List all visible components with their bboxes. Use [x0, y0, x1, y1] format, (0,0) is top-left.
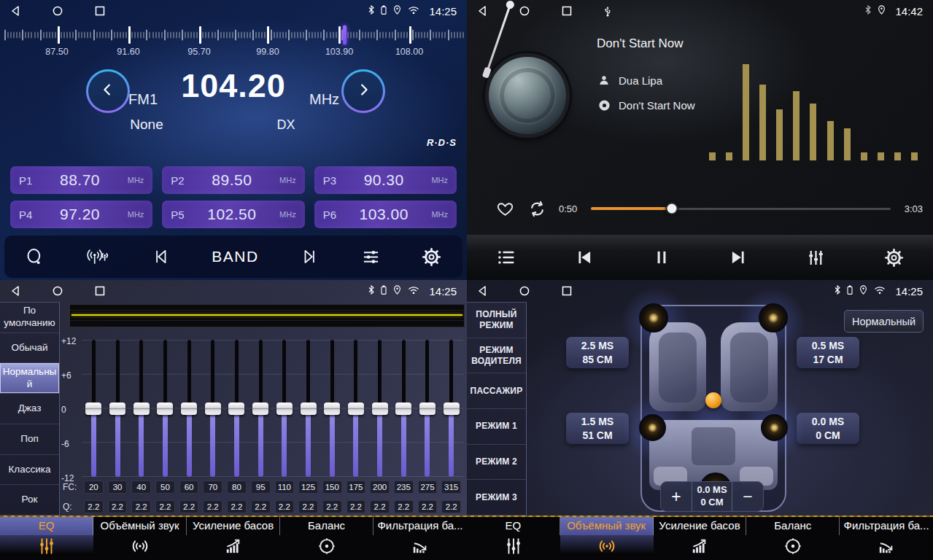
scan-icon[interactable] — [25, 247, 44, 267]
q-value-cell[interactable]: 2.2 — [179, 500, 199, 513]
slider-knob[interactable] — [181, 402, 197, 415]
speaker-front-right[interactable] — [759, 303, 788, 332]
preset-p2-button[interactable]: P289.50MHz — [162, 166, 304, 194]
home-icon[interactable] — [519, 286, 530, 296]
tab-bass-boost[interactable]: Усиление басов — [187, 516, 280, 560]
slider-knob[interactable] — [348, 402, 364, 415]
eq-band-slider[interactable] — [296, 340, 320, 477]
tune-up-button[interactable] — [341, 69, 385, 113]
playlist-icon[interactable] — [496, 247, 516, 268]
home-icon[interactable] — [53, 6, 63, 16]
speaker-rear-right[interactable] — [761, 414, 788, 441]
tab-bass-boost[interactable]: Усиление басов — [654, 516, 747, 560]
eq-band-slider[interactable] — [368, 340, 392, 477]
tab-eq-sliders[interactable]: EQ — [467, 516, 560, 560]
slider-knob[interactable] — [85, 402, 101, 415]
fc-value-cell[interactable]: 315 — [441, 481, 461, 494]
preset-p3-button[interactable]: P390.30MHz — [314, 166, 457, 194]
recents-icon[interactable] — [562, 286, 572, 296]
q-value-cell[interactable]: 2.2 — [108, 500, 128, 513]
listening-mode-item[interactable]: РЕЖИМ ВОДИТЕЛЯ — [467, 338, 526, 374]
fc-value-cell[interactable]: 275 — [418, 481, 438, 494]
eq-band-slider[interactable] — [344, 340, 368, 477]
eq-band-slider[interactable] — [129, 340, 153, 477]
home-icon[interactable] — [519, 6, 530, 16]
eq-band-slider[interactable] — [225, 340, 249, 477]
gear-icon[interactable] — [884, 248, 904, 268]
recents-icon[interactable] — [95, 286, 105, 296]
slider-knob[interactable] — [252, 402, 268, 415]
fc-value-cell[interactable]: 40 — [131, 481, 151, 494]
delay-front-left-button[interactable]: 2.5 MS 85 CM — [566, 337, 629, 368]
back-icon[interactable] — [477, 6, 487, 16]
slider-knob[interactable] — [133, 402, 150, 415]
preset-p5-button[interactable]: P5102.50MHz — [162, 201, 304, 228]
seek-bar[interactable] — [591, 208, 891, 210]
eq-band-slider[interactable] — [439, 340, 463, 477]
listening-position-marker[interactable] — [705, 392, 721, 408]
q-value-cell[interactable]: 2.2 — [84, 500, 104, 513]
q-value-cell[interactable]: 2.2 — [394, 500, 414, 513]
preset-p6-button[interactable]: P6103.00MHz — [314, 201, 457, 228]
slider-knob[interactable] — [301, 402, 317, 415]
fc-value-cell[interactable]: 30 — [108, 481, 128, 494]
listening-mode-item[interactable]: РЕЖИМ 2 — [467, 445, 526, 481]
tuner-scale[interactable] — [0, 24, 467, 46]
preset-p4-button[interactable]: P497.20MHz — [10, 201, 152, 228]
q-value-cell[interactable]: 2.2 — [227, 500, 247, 513]
q-value-cell[interactable]: 2.2 — [203, 500, 222, 513]
eq-band-slider[interactable] — [106, 340, 130, 477]
back-icon[interactable] — [10, 6, 20, 16]
tab-filter[interactable]: Фильтрация ба... — [373, 516, 467, 560]
eq-preset-item[interactable]: Обычай — [0, 333, 59, 364]
slider-knob[interactable] — [228, 402, 244, 415]
listening-mode-item[interactable]: ПОЛНЫЙ РЕЖИМ — [467, 303, 526, 338]
next-track-icon[interactable] — [729, 248, 748, 267]
listening-mode-item[interactable]: РЕЖИМ 3 — [467, 480, 526, 516]
gear-icon[interactable] — [422, 247, 441, 267]
fc-value-cell[interactable]: 20 — [84, 481, 104, 494]
listening-mode-item[interactable]: РЕЖИМ 1 — [467, 409, 526, 445]
tab-filter[interactable]: Фильтрация ба... — [840, 516, 933, 560]
eq-band-slider[interactable] — [201, 340, 225, 477]
eq-settings-icon[interactable] — [806, 248, 826, 268]
q-value-cell[interactable]: 2.2 — [298, 500, 318, 513]
eq-preset-item[interactable]: Поп — [0, 424, 59, 455]
preset-p1-button[interactable]: P188.70MHz — [10, 166, 152, 194]
q-value-cell[interactable]: 2.2 — [322, 500, 342, 513]
q-value-cell[interactable]: 2.2 — [275, 500, 295, 513]
repeat-icon[interactable] — [527, 199, 547, 219]
slider-knob[interactable] — [444, 402, 460, 415]
listening-mode-item[interactable]: ПАССАЖИР — [467, 373, 526, 409]
slider-knob[interactable] — [395, 402, 411, 415]
previous-track-icon[interactable] — [575, 248, 594, 267]
q-value-cell[interactable]: 2.2 — [370, 500, 390, 513]
q-value-cell[interactable]: 2.2 — [131, 500, 151, 513]
favorite-icon[interactable] — [496, 200, 514, 218]
pause-icon[interactable] — [652, 248, 671, 267]
slider-knob[interactable] — [276, 402, 293, 415]
recents-icon[interactable] — [562, 6, 572, 16]
album-art[interactable] — [485, 53, 570, 138]
eq-preset-item[interactable]: Нормальный — [0, 363, 59, 394]
eq-preset-item[interactable]: Рок — [0, 485, 59, 516]
tab-eq-sliders[interactable]: EQ — [0, 516, 93, 560]
fc-value-cell[interactable]: 200 — [370, 481, 390, 494]
speaker-rear-left[interactable] — [639, 414, 666, 441]
tab-balance[interactable]: Баланс — [280, 516, 373, 560]
speaker-front-left[interactable] — [639, 303, 668, 332]
delay-front-right-button[interactable]: 0.5 MS 17 CM — [797, 337, 859, 368]
eq-band-slider[interactable] — [82, 340, 106, 477]
fc-value-cell[interactable]: 125 — [298, 481, 318, 494]
slider-knob[interactable] — [157, 402, 173, 415]
fc-value-cell[interactable]: 70 — [203, 481, 222, 494]
tune-down-button[interactable] — [86, 69, 130, 113]
fc-value-cell[interactable]: 60 — [179, 481, 199, 494]
fc-value-cell[interactable]: 110 — [275, 481, 295, 494]
band-button[interactable]: BAND — [212, 248, 258, 265]
q-value-cell[interactable]: 2.2 — [441, 500, 461, 513]
back-icon[interactable] — [477, 286, 487, 296]
eq-band-slider[interactable] — [320, 340, 344, 477]
slider-knob[interactable] — [419, 402, 435, 415]
eq-band-slider[interactable] — [273, 340, 297, 477]
